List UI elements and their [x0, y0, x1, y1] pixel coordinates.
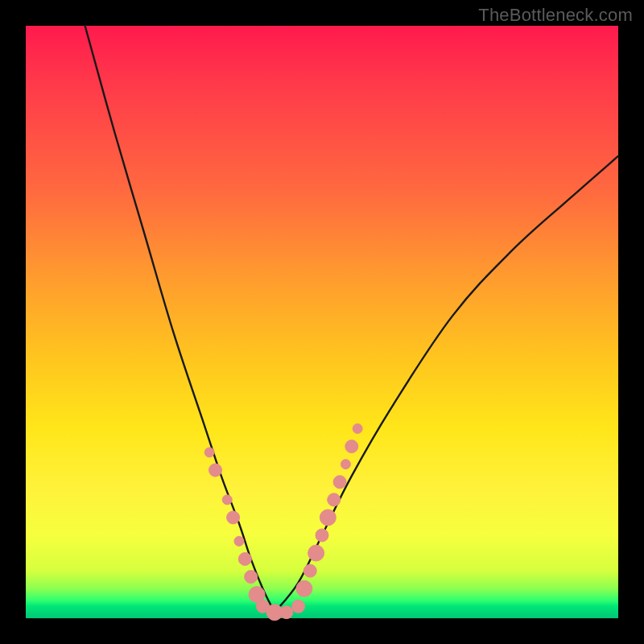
curve-lines [85, 26, 618, 613]
bead-marker [245, 570, 258, 583]
curve-right-arm [275, 156, 618, 613]
bead-marker [292, 600, 305, 613]
bead-marker [316, 529, 328, 542]
bead-marker [238, 552, 251, 565]
bead-marker [333, 476, 346, 489]
bead-marker [227, 511, 240, 524]
bead-marker [234, 536, 244, 546]
bead-marker [341, 460, 350, 469]
bead-marker [222, 495, 232, 505]
bead-marker [296, 580, 312, 597]
bead-marker [209, 464, 222, 477]
bead-marker [353, 423, 362, 433]
bead-marker [303, 564, 316, 577]
chart-svg [26, 26, 618, 618]
watermark-text: TheBottleneck.com [478, 5, 633, 26]
bead-marker [308, 545, 324, 561]
bead-marker [328, 493, 341, 506]
bead-marker [204, 448, 214, 457]
bead-cluster [204, 423, 362, 620]
curve-left-arm [85, 26, 275, 613]
bead-marker [280, 606, 293, 619]
bead-marker [345, 440, 358, 453]
plot-area [26, 26, 618, 618]
frame: TheBottleneck.com [0, 0, 644, 644]
bead-marker [320, 510, 336, 526]
